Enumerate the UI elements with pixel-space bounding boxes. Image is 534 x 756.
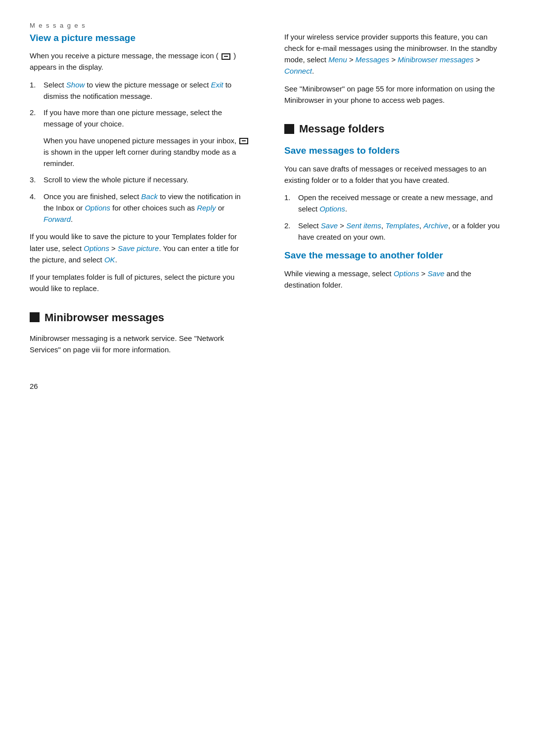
box-icon-minibrowser xyxy=(30,312,40,322)
step-4: Once you are finished, select Back to vi… xyxy=(30,191,250,225)
minibrowser-para3: See "Minibrowser" on page 55 for more in… xyxy=(284,83,504,106)
save-messages-steps: Open the received message or create a ne… xyxy=(284,192,504,243)
save-step-1: Open the received message or create a ne… xyxy=(284,192,504,215)
page-header: M e s s a g e s xyxy=(30,20,504,31)
left-column: View a picture message When you receive … xyxy=(30,31,255,362)
message-folders-heading: Message folders xyxy=(284,121,504,137)
header-text: M e s s a g e s xyxy=(30,22,86,29)
minibrowser-para1: Minibrowser messaging is a network servi… xyxy=(30,333,250,356)
view-picture-intro: When you receive a picture message, the … xyxy=(30,50,250,73)
save-picture-para: If you would like to save the picture to… xyxy=(30,231,250,265)
inbox-icon-small xyxy=(239,138,248,144)
templates-full-para: If your templates folder is full of pict… xyxy=(30,271,250,294)
save-messages-para: You can save drafts of messages or recei… xyxy=(284,163,504,186)
view-picture-steps: Select Show to view the picture message … xyxy=(30,79,250,225)
right-column: If your wireless service provider suppor… xyxy=(279,31,504,362)
save-another-heading: Save the message to another folder xyxy=(284,249,504,263)
save-another-para: While viewing a message, select Options … xyxy=(284,268,504,291)
minibrowser-para2: If your wireless service provider suppor… xyxy=(284,31,504,77)
box-icon-folders xyxy=(284,124,294,134)
message-icon xyxy=(222,53,230,60)
step-3: Scroll to view the whole picture if nece… xyxy=(30,174,250,185)
page-number: 26 xyxy=(30,381,504,392)
step-2: If you have more than one picture messag… xyxy=(30,107,250,169)
step-1: Select Show to view the picture message … xyxy=(30,79,250,102)
minibrowser-heading: Minibrowser messages xyxy=(30,309,250,326)
save-step-2: Select Save > Sent items, Templates, Arc… xyxy=(284,220,504,243)
view-picture-heading: View a picture message xyxy=(30,31,250,45)
save-messages-heading: Save messages to folders xyxy=(284,144,504,158)
